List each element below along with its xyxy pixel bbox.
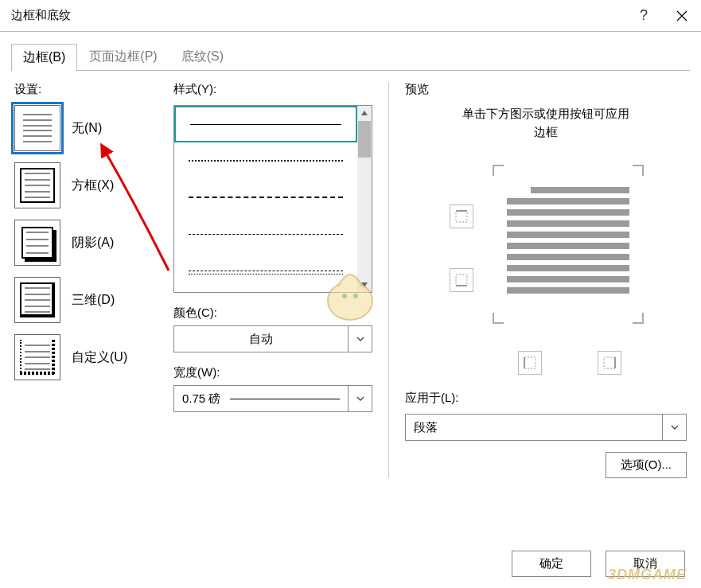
apply-to-label: 应用于(L):: [405, 391, 687, 406]
svg-rect-4: [524, 357, 535, 368]
tab-shading[interactable]: 底纹(S): [169, 43, 236, 71]
setting-3d[interactable]: 三维(D): [14, 277, 158, 323]
setting-none-label: 无(N): [72, 120, 102, 137]
svg-point-9: [342, 294, 347, 298]
style-item-dotted[interactable]: [174, 142, 357, 179]
color-chevron-icon: [348, 326, 372, 352]
mascot-watermark-icon: [322, 255, 378, 326]
preview-label: 预览: [405, 82, 687, 97]
svg-point-10: [353, 294, 358, 298]
preview-page[interactable]: [493, 165, 644, 324]
settings-label: 设置:: [14, 82, 158, 97]
width-label: 宽度(W):: [173, 365, 372, 380]
width-value: 0.75 磅: [182, 391, 220, 407]
window-title: 边框和底纹: [0, 8, 625, 23]
width-chevron-icon: [348, 386, 372, 411]
setting-shadow-label: 阴影(A): [72, 235, 114, 251]
help-button[interactable]: ?: [625, 0, 663, 32]
watermark-text: 3DMGAME: [608, 567, 687, 583]
tab-page-border[interactable]: 页面边框(P): [77, 43, 169, 71]
border-top-button[interactable]: [450, 204, 473, 228]
width-combo[interactable]: 0.75 磅: [173, 385, 372, 412]
apply-to-value: 段落: [406, 415, 662, 440]
setting-custom-label: 自定义(U): [72, 349, 127, 366]
svg-rect-0: [456, 211, 467, 222]
settings-column: 设置: 无(N) 方框(X) 阴影(A) 三维(D): [14, 82, 158, 478]
preview-column: 预览 单击下方图示或使用按钮可应用边框 应用于(L): 段落 选项(O)...: [388, 82, 687, 478]
close-icon: [676, 10, 687, 21]
color-combo[interactable]: 自动: [173, 325, 372, 352]
setting-3d-icon: [14, 277, 60, 323]
apply-to-combo[interactable]: 段落: [405, 414, 687, 441]
setting-3d-label: 三维(D): [72, 292, 115, 309]
border-left-button[interactable]: [518, 351, 542, 375]
options-button[interactable]: 选项(O)...: [606, 452, 687, 478]
style-item-solid[interactable]: [174, 106, 357, 142]
svg-rect-2: [456, 275, 467, 286]
tab-borders[interactable]: 边框(B): [11, 44, 77, 72]
svg-point-8: [328, 282, 372, 320]
setting-shadow[interactable]: 阴影(A): [14, 220, 158, 266]
preview-hint: 单击下方图示或使用按钮可应用边框: [405, 105, 687, 141]
setting-custom[interactable]: 自定义(U): [14, 334, 158, 380]
svg-rect-6: [604, 357, 615, 368]
ok-button[interactable]: 确定: [512, 551, 591, 577]
setting-none[interactable]: 无(N): [14, 105, 158, 151]
tab-bar: 边框(B) 页面边框(P) 底纹(S): [0, 32, 701, 71]
style-item-dashdot[interactable]: [174, 216, 357, 252]
scroll-up-icon[interactable]: [357, 106, 372, 120]
setting-none-icon: [14, 105, 60, 151]
apply-to-chevron-icon: [662, 415, 686, 440]
setting-box-icon: [14, 162, 60, 208]
setting-shadow-icon: [14, 220, 60, 266]
title-bar: 边框和底纹 ?: [0, 0, 701, 32]
style-label: 样式(Y):: [173, 82, 372, 97]
scroll-thumb[interactable]: [358, 121, 371, 158]
setting-box-label: 方框(X): [72, 177, 114, 194]
setting-box[interactable]: 方框(X): [14, 162, 158, 208]
close-button[interactable]: [663, 0, 701, 32]
preview-area: [405, 157, 687, 340]
border-right-button[interactable]: [598, 351, 621, 375]
color-value: 自动: [174, 326, 348, 352]
width-sample-icon: [230, 399, 340, 399]
border-bottom-button[interactable]: [450, 268, 473, 292]
style-item-dashed[interactable]: [174, 179, 357, 216]
setting-custom-icon: [14, 334, 60, 380]
